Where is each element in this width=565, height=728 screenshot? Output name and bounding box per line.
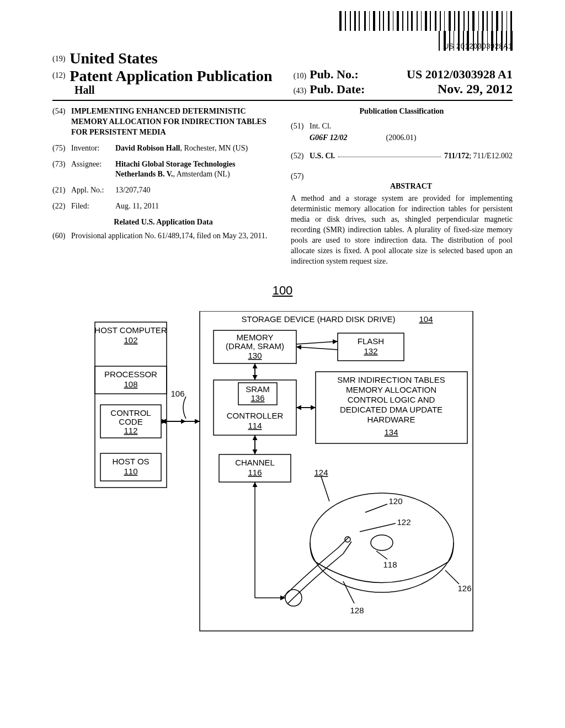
appl-label: Appl. No.: (71, 185, 115, 196)
channel-label: CHANNEL (235, 458, 275, 467)
filed-label: Filed: (71, 201, 115, 212)
code-19: (19) (52, 55, 65, 63)
smr-l3: CONTROL LOGIC AND (348, 395, 435, 404)
patent-page: US 20120303928A1 (19) United States (12)… (0, 0, 565, 728)
svg-line-31 (343, 581, 354, 603)
sram-label: SRAM (246, 384, 269, 394)
assignee-code: (73) (52, 159, 71, 180)
svg-line-29 (376, 551, 387, 559)
channel-ref: 116 (248, 468, 262, 477)
smr-l2: MEMORY ALLOCATION (346, 385, 436, 394)
pub-no-code: (10) (294, 72, 306, 81)
memory-label-2: (DRAM, SRAM) (226, 341, 284, 351)
pub-date-code: (43) (294, 87, 306, 95)
svg-point-23 (371, 535, 393, 550)
inventor-name: David Robison Hall (115, 144, 180, 152)
assignee-label: Assignee: (71, 159, 115, 180)
uscl-code: (52) (291, 151, 310, 162)
disk-ref-120: 120 (388, 496, 402, 506)
control-code-label-1: CONTROL (110, 408, 151, 417)
svg-line-28 (360, 523, 396, 532)
bibliographic-section: (54) IMPLEMENTING ENHANCED DETERMINISTIC… (52, 106, 513, 267)
smr-l4: DEDICATED DMA UPDATE (340, 405, 443, 414)
smr-ref: 134 (384, 427, 398, 437)
appl-no-value: 13/207,740 (115, 185, 274, 196)
country: United States (70, 50, 157, 67)
barcode-number: US 20120303928A1 (336, 42, 513, 50)
divider-rule (52, 100, 513, 101)
smr-l1: SMR INDIRECTION TABLES (337, 375, 445, 384)
storage-device-ref: 104 (419, 314, 433, 324)
code-12: (12) (52, 71, 65, 79)
smr-l5: HARDWARE (367, 415, 415, 424)
svg-rect-7 (200, 311, 473, 631)
uscl-secondary: ; 711/E12.002 (469, 152, 513, 160)
abstract-code: (57) (291, 172, 310, 194)
pub-date-value: Nov. 29, 2012 (438, 82, 513, 97)
title-code: (54) (52, 106, 71, 138)
header-block: (19) United States (12) Patent Applicati… (52, 50, 513, 97)
controller-ref: 114 (248, 421, 262, 430)
svg-point-24 (345, 537, 350, 542)
intcl-class: G06F 12/02 (310, 133, 348, 143)
host-os-label: HOST OS (112, 457, 149, 466)
inventor-location: , Rochester, MN (US) (180, 144, 248, 152)
barcode (336, 11, 513, 31)
inventor-label: Inventor: (71, 143, 115, 154)
control-code-ref: 112 (124, 426, 137, 435)
disk-ref-122: 122 (397, 517, 411, 527)
pub-no-value: US 2012/0303928 A1 (407, 67, 513, 82)
provisional-text: Provisional application No. 61/489,174, … (71, 231, 274, 242)
storage-device-label: STORAGE DEVICE (HARD DISK DRIVE) (242, 314, 396, 324)
disk-ref-118: 118 (383, 560, 397, 569)
bus-ref: 106 (170, 389, 184, 398)
processor-label: PROCESSOR (104, 370, 157, 379)
uscl-dots (338, 151, 441, 157)
memory-ref: 130 (248, 351, 262, 360)
assignee-location: , Amsterdam (NL) (173, 170, 230, 178)
intcl-code: (51) (291, 121, 310, 132)
host-os-ref: 110 (124, 467, 137, 476)
related-app-heading: Related U.S. Application Data (52, 217, 274, 228)
memory-label-1: MEMORY (236, 333, 273, 342)
pub-no-label: Pub. No.: (310, 67, 359, 82)
pub-class-heading: Publication Classification (291, 106, 513, 117)
svg-line-27 (365, 504, 387, 512)
inventor-code: (75) (52, 143, 71, 154)
svg-line-11 (296, 347, 338, 350)
system-diagram: HOST COMPUTER 102 PROCESSOR 108 CONTROL … (89, 311, 476, 642)
controller-label: CONTROLLER (227, 411, 284, 420)
intcl-label: Int. Cl. (310, 121, 513, 132)
provisional-code: (60) (52, 231, 71, 242)
figure-area: 100 HOST COMPUTER 102 PROCESSOR 108 CONT (52, 283, 513, 642)
filed-code: (22) (52, 201, 71, 212)
disk-ref-128: 128 (350, 606, 364, 615)
disk-ref-124: 124 (314, 468, 328, 477)
control-code-label-2: CODE (119, 417, 142, 426)
author-last-name: Hall (74, 84, 294, 97)
invention-title: IMPLEMENTING ENHANCED DETERMINISTIC MEMO… (71, 106, 274, 138)
svg-line-10 (296, 341, 338, 344)
uscl-primary: 711/172 (444, 152, 469, 160)
filed-value: Aug. 11, 2011 (115, 201, 274, 212)
barcode-area: US 20120303928A1 (336, 11, 513, 50)
abstract-text: A method and a storage system are provid… (291, 194, 513, 266)
svg-line-26 (321, 477, 329, 501)
host-computer-ref: 102 (124, 335, 137, 345)
disk-ref-126: 126 (457, 584, 471, 593)
host-computer-label: HOST COMPUTER (94, 325, 167, 335)
pub-date-label: Pub. Date: (310, 82, 365, 97)
flash-ref: 132 (364, 346, 377, 356)
svg-line-30 (445, 570, 459, 584)
figure-ref-100: 100 (273, 283, 293, 298)
appl-code: (21) (52, 185, 71, 196)
publication-title: Patent Application Publication (70, 67, 272, 84)
uscl-label: U.S. Cl. (310, 151, 335, 162)
processor-ref: 108 (124, 379, 137, 389)
intcl-year: (2006.01) (386, 133, 417, 143)
svg-point-22 (310, 493, 454, 592)
sram-ref: 136 (250, 393, 264, 403)
flash-label: FLASH (358, 336, 384, 346)
abstract-heading: ABSTRACT (310, 181, 513, 192)
